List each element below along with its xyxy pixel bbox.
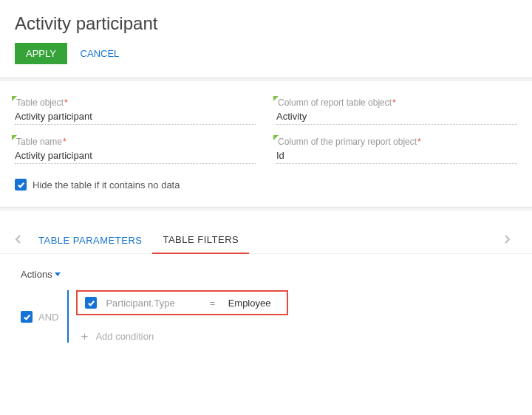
field-table-object: Table object* Activity participant <box>15 97 256 125</box>
condition-operator[interactable]: = <box>206 298 219 309</box>
caret-down-icon <box>55 272 61 276</box>
condition-field[interactable]: Participant.Type <box>106 298 197 309</box>
hide-empty-row: Hide the table if it contains no data <box>0 174 532 207</box>
root-operator-label[interactable]: AND <box>38 312 58 323</box>
tab-next-button[interactable] <box>504 234 517 247</box>
hide-empty-checkbox[interactable] <box>15 179 27 191</box>
actions-label: Actions <box>21 269 52 280</box>
field-column-report: Column of report table object* Activity <box>276 97 517 125</box>
cancel-button[interactable]: CANCEL <box>81 48 120 59</box>
label-table-object: Table object* <box>15 97 256 108</box>
chevron-right-icon <box>504 234 511 244</box>
root-operator-checkbox[interactable] <box>21 311 33 323</box>
label-table-name: Table name* <box>15 137 256 147</box>
condition-value[interactable]: Employee <box>228 298 280 309</box>
check-icon <box>87 299 95 307</box>
check-icon <box>23 313 31 321</box>
add-condition-button[interactable]: + Add condition <box>76 330 288 343</box>
hide-empty-label: Hide the table if it contains no data <box>33 179 180 191</box>
apply-button[interactable]: APPLY <box>15 43 67 64</box>
input-table-name[interactable]: Activity participant <box>15 147 256 164</box>
label-column-primary: Column of the primary report object* <box>276 137 517 147</box>
action-row: APPLY CANCEL <box>0 43 532 78</box>
form-grid: Table object* Activity participant Colum… <box>0 81 532 174</box>
field-table-name: Table name* Activity participant <box>15 137 256 164</box>
filters-area: Actions AND Participant.Type = Employee … <box>0 254 532 357</box>
filter-block: AND Participant.Type = Employee + Add co… <box>21 290 511 343</box>
tab-prev-button[interactable] <box>15 234 28 247</box>
tabs-row: TABLE PARAMETERS TABLE FILTERS <box>0 210 532 254</box>
add-condition-label: Add condition <box>95 331 154 342</box>
check-icon <box>17 181 25 189</box>
tab-parameters[interactable]: TABLE PARAMETERS <box>28 227 152 253</box>
plus-icon: + <box>81 330 88 343</box>
input-table-object[interactable]: Activity participant <box>15 108 256 125</box>
input-column-report[interactable]: Activity <box>276 108 517 125</box>
conditions-col: Participant.Type = Employee + Add condit… <box>67 290 288 343</box>
label-column-report: Column of report table object* <box>276 97 517 108</box>
input-column-primary[interactable]: Id <box>276 147 517 164</box>
chevron-left-icon <box>15 234 21 244</box>
page-title: Activity participant <box>0 0 532 43</box>
condition-checkbox[interactable] <box>85 297 97 309</box>
field-column-primary: Column of the primary report object* Id <box>276 137 517 164</box>
actions-menu[interactable]: Actions <box>21 269 61 280</box>
condition-row[interactable]: Participant.Type = Employee <box>76 290 288 315</box>
tab-filters[interactable]: TABLE FILTERS <box>152 227 249 254</box>
root-operator-col: AND <box>21 290 58 323</box>
